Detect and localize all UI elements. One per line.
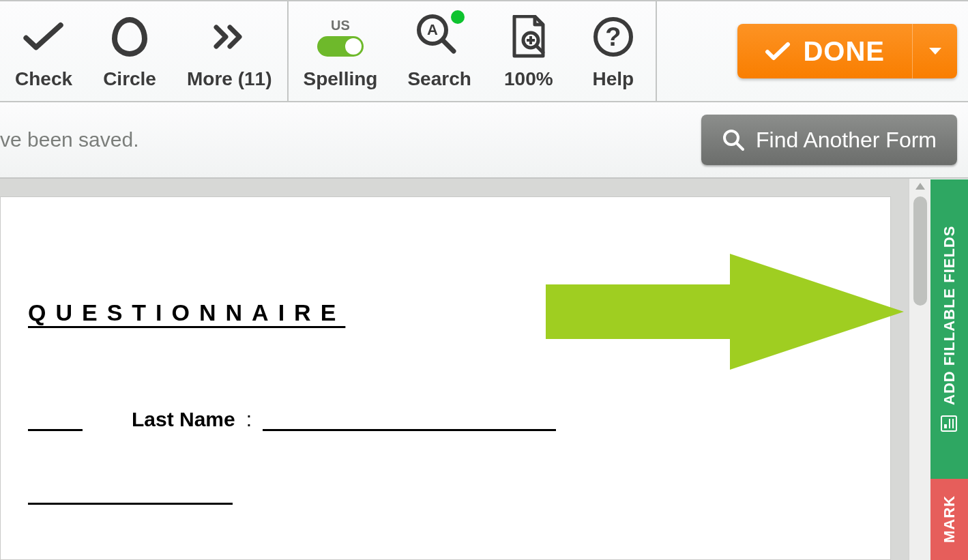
mark-label: MARK xyxy=(941,496,958,544)
more-label: More (11) xyxy=(187,68,272,90)
annotate-tools-section: Check Circle More (11) xyxy=(0,1,289,101)
blank-row xyxy=(28,486,863,505)
svg-line-1 xyxy=(443,40,454,51)
side-tabs: ADD FILLABLE FIELDS MARK xyxy=(930,179,968,560)
view-tools-section: US Spelling A Search xyxy=(289,1,657,101)
zoom-tool[interactable]: 100% xyxy=(486,1,571,101)
find-form-label: Find Another Form xyxy=(756,128,937,153)
svg-text:A: A xyxy=(427,21,438,38)
document-stage: QUESTIONNAIRE Last Name: k you are curre… xyxy=(0,179,968,560)
spelling-toggle-icon: US xyxy=(313,10,368,64)
document-viewport[interactable]: QUESTIONNAIRE Last Name: k you are curre… xyxy=(0,179,909,560)
search-a-icon: A xyxy=(412,10,467,64)
toggle-on-icon xyxy=(317,36,364,57)
more-tools[interactable]: More (11) xyxy=(172,1,287,101)
done-button-group: DONE xyxy=(737,24,957,78)
circle-icon xyxy=(102,10,157,64)
check-label: Check xyxy=(15,68,72,90)
search-label: Search xyxy=(407,68,471,90)
search-tool[interactable]: A Search xyxy=(392,1,486,101)
name-row: Last Name: xyxy=(28,408,863,431)
help-circle-icon: ? xyxy=(586,10,641,64)
checkmark-icon xyxy=(16,10,71,64)
vertical-scrollbar[interactable] xyxy=(909,179,930,560)
add-fields-label: ADD FILLABLE FIELDS xyxy=(941,226,958,405)
search-icon xyxy=(722,128,745,151)
done-label: DONE xyxy=(803,36,885,67)
document-page[interactable]: QUESTIONNAIRE Last Name: k you are curre… xyxy=(0,196,891,560)
done-group: DONE xyxy=(657,1,968,101)
done-dropdown[interactable] xyxy=(912,24,957,78)
spelling-lang: US xyxy=(331,18,350,33)
help-tool[interactable]: ? Help xyxy=(571,1,656,101)
checkmark-white-icon xyxy=(765,41,791,61)
notification-dot-icon xyxy=(451,10,465,24)
last-name-label: Last Name xyxy=(132,408,235,431)
secondary-blank[interactable] xyxy=(28,486,233,505)
find-another-form-button[interactable]: Find Another Form xyxy=(701,115,957,165)
svg-rect-11 xyxy=(950,419,951,428)
fields-icon xyxy=(941,415,958,432)
page-zoom-icon xyxy=(501,10,556,64)
svg-line-8 xyxy=(737,143,743,149)
first-name-blank[interactable] xyxy=(28,412,83,431)
notification-bar: ve been saved. Find Another Form xyxy=(0,102,968,179)
circle-tool[interactable]: Circle xyxy=(87,1,172,101)
spelling-label: Spelling xyxy=(304,68,378,90)
scroll-thumb[interactable] xyxy=(913,196,927,306)
caret-down-icon xyxy=(928,46,943,56)
check-tool[interactable]: Check xyxy=(0,1,87,101)
help-label: Help xyxy=(592,68,634,90)
zoom-label: 100% xyxy=(504,68,553,90)
last-name-blank[interactable] xyxy=(263,412,556,431)
main-toolbar: Check Circle More (11) US Spelling xyxy=(0,0,968,102)
svg-rect-12 xyxy=(953,419,954,428)
svg-rect-10 xyxy=(945,424,948,428)
circle-label: Circle xyxy=(103,68,156,90)
done-button[interactable]: DONE xyxy=(737,24,912,78)
spelling-tool[interactable]: US Spelling xyxy=(289,1,393,101)
chevrons-right-icon xyxy=(202,10,256,64)
questionnaire-title: QUESTIONNAIRE xyxy=(28,299,863,326)
mark-tab[interactable]: MARK xyxy=(930,479,968,560)
scroll-up-icon xyxy=(915,183,925,190)
save-message: ve been saved. xyxy=(0,128,138,151)
add-fillable-fields-tab[interactable]: ADD FILLABLE FIELDS xyxy=(930,179,968,479)
